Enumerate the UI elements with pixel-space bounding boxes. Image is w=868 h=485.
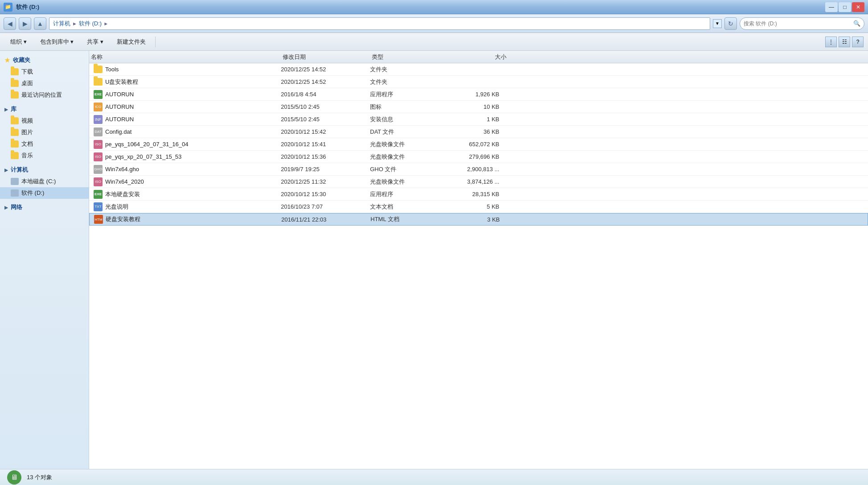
file-size-cell: 2,900,813 ... xyxy=(441,166,508,173)
help-button[interactable]: ? xyxy=(852,37,864,47)
view-controls: ⋮ ☷ ? xyxy=(825,37,864,47)
table-row[interactable]: ICO AUTORUN 2015/5/10 2:45 图标 10 KB xyxy=(89,101,868,113)
table-row[interactable]: ISO Win7x64_2020 2020/12/25 11:32 光盘映像文件… xyxy=(89,176,868,188)
sidebar-item-video[interactable]: 视频 xyxy=(0,115,89,127)
table-row[interactable]: Tools 2020/12/25 14:52 文件夹 xyxy=(89,63,868,76)
file-name-cell: U盘安装教程 xyxy=(89,78,281,86)
maximize-button[interactable]: □ xyxy=(839,2,851,12)
path-arrow-1: ► xyxy=(72,21,77,26)
organize-button[interactable]: 组织 ▾ xyxy=(4,35,33,49)
file-size-cell: 1 KB xyxy=(441,116,508,123)
file-name-cell: EXE AUTORUN xyxy=(89,90,281,99)
file-date-cell: 2016/1/8 4:54 xyxy=(281,91,370,98)
sidebar-item-label: 音乐 xyxy=(21,152,33,160)
table-row[interactable]: DAT Config.dat 2020/10/12 15:42 DAT 文件 3… xyxy=(89,126,868,138)
file-name-text: U盘安装教程 xyxy=(105,78,138,86)
refresh-button[interactable]: ↻ xyxy=(724,17,737,30)
sidebar-item-download[interactable]: 下载 xyxy=(0,66,89,78)
sidebar-item-recent[interactable]: 最近访问的位置 xyxy=(0,89,89,101)
table-row[interactable]: ISO pe_yqs_xp_20_07_31_15_53 2020/10/12 … xyxy=(89,151,868,163)
table-row[interactable]: GHO Win7x64.gho 2019/9/7 19:25 GHO 文件 2,… xyxy=(89,163,868,176)
close-button[interactable]: ✕ xyxy=(852,2,864,12)
exe-icon: EXE xyxy=(94,190,103,199)
minimize-button[interactable]: — xyxy=(825,2,838,12)
file-name-cell: Tools xyxy=(89,66,281,73)
file-name-text: Config.dat xyxy=(105,128,132,135)
search-input[interactable] xyxy=(744,21,853,27)
file-list: Tools 2020/12/25 14:52 文件夹 U盘安装教程 2020/1… xyxy=(89,63,868,226)
path-computer[interactable]: 计算机 xyxy=(53,20,70,28)
file-type-cell: 文本文档 xyxy=(370,203,441,211)
main-area: ★ 收藏夹 下载 桌面 最近访问的位置 ▶ 库 xyxy=(0,51,868,469)
back-button[interactable]: ◀ xyxy=(4,17,16,30)
sidebar-favorites-header[interactable]: ★ 收藏夹 xyxy=(0,54,89,66)
status-icon-label: 🖥 xyxy=(11,473,18,481)
sidebar-item-music[interactable]: 音乐 xyxy=(0,150,89,161)
file-size-cell: 28,315 KB xyxy=(441,191,508,197)
file-name-cell: ISO Win7x64_2020 xyxy=(89,177,281,186)
share-button[interactable]: 共享 ▾ xyxy=(81,35,109,49)
file-name-cell: ISO pe_yqs_xp_20_07_31_15_53 xyxy=(89,152,281,161)
col-header-date[interactable]: 修改日期 xyxy=(281,53,370,61)
folder-icon xyxy=(11,91,19,99)
col-header-type[interactable]: 类型 xyxy=(370,53,441,61)
table-row[interactable]: ISO pe_yqs_1064_20_07_31_16_04 2020/10/1… xyxy=(89,138,868,151)
file-name-text: AUTORUN xyxy=(105,103,134,110)
folder-icon xyxy=(11,140,19,148)
file-type-cell: 应用程序 xyxy=(370,190,441,198)
file-name-cell: ISO pe_yqs_1064_20_07_31_16_04 xyxy=(89,140,281,149)
file-name-text: pe_yqs_xp_20_07_31_15_53 xyxy=(105,153,181,160)
file-name-cell: GHO Win7x64.gho xyxy=(89,165,281,174)
file-date-cell: 2015/5/10 2:45 xyxy=(281,103,370,110)
title-bar-left: 📁 软件 (D:) xyxy=(4,3,39,12)
title-bar-controls: — □ ✕ xyxy=(825,2,864,12)
status-count: 13 个对象 xyxy=(27,473,52,481)
sidebar-item-software-d[interactable]: 软件 (D:) xyxy=(0,187,89,199)
iso-icon: ISO xyxy=(94,140,103,149)
sidebar-item-desktop[interactable]: 桌面 xyxy=(0,78,89,89)
sidebar-computer-header[interactable]: ▶ 计算机 xyxy=(0,164,89,176)
path-dropdown-button[interactable]: ▼ xyxy=(713,19,722,28)
file-size-cell: 652,072 KB xyxy=(441,141,508,148)
triangle-icon: ▶ xyxy=(4,168,8,173)
drive-icon xyxy=(11,178,19,185)
col-header-name[interactable]: 名称 xyxy=(89,53,281,61)
txt-icon: TXT xyxy=(94,202,103,211)
include-in-library-button[interactable]: 包含到库中 ▾ xyxy=(34,35,80,49)
sidebar-library-header[interactable]: ▶ 库 xyxy=(0,103,89,115)
col-header-size[interactable]: 大小 xyxy=(441,53,508,61)
table-row[interactable]: U盘安装教程 2020/12/25 14:52 文件夹 xyxy=(89,76,868,88)
table-row[interactable]: HTM 硬盘安装教程 2016/11/21 22:03 HTML 文档 3 KB xyxy=(89,213,868,226)
file-type-cell: 光盘映像文件 xyxy=(370,153,441,161)
sidebar-section-library: ▶ 库 视频 图片 文档 音乐 xyxy=(0,103,89,161)
path-drive[interactable]: 软件 (D:) xyxy=(79,20,102,28)
file-date-cell: 2015/5/10 2:45 xyxy=(281,116,370,123)
file-name-text: 硬盘安装教程 xyxy=(106,215,140,223)
title-bar: 📁 软件 (D:) — □ ✕ xyxy=(0,0,868,14)
view-toggle-button[interactable]: ⋮ xyxy=(825,37,837,47)
table-row[interactable]: TXT 光盘说明 2016/10/23 7:07 文本文档 5 KB xyxy=(89,201,868,213)
file-size-cell: 10 KB xyxy=(441,103,508,110)
drive-icon xyxy=(11,189,19,197)
sidebar-item-label: 桌面 xyxy=(21,79,33,87)
sidebar-network-header[interactable]: ▶ 网络 xyxy=(0,201,89,213)
file-name-text: Win7x64_2020 xyxy=(105,178,144,185)
sidebar-item-document[interactable]: 文档 xyxy=(0,138,89,150)
new-folder-button[interactable]: 新建文件夹 xyxy=(111,35,152,49)
sidebar-item-image[interactable]: 图片 xyxy=(0,127,89,138)
file-date-cell: 2020/10/12 15:36 xyxy=(281,153,370,160)
sidebar: ★ 收藏夹 下载 桌面 最近访问的位置 ▶ 库 xyxy=(0,51,89,469)
file-type-cell: 文件夹 xyxy=(370,66,441,74)
toolbar-separator xyxy=(155,37,156,47)
search-icon[interactable]: 🔍 xyxy=(853,20,860,27)
table-row[interactable]: EXE 本地硬盘安装 2020/10/12 15:30 应用程序 28,315 … xyxy=(89,188,868,201)
table-row[interactable]: INF AUTORUN 2015/5/10 2:45 安装信息 1 KB xyxy=(89,113,868,126)
up-button[interactable]: ▲ xyxy=(34,17,46,30)
view-details-button[interactable]: ☷ xyxy=(839,37,850,47)
sidebar-item-local-disk-c[interactable]: 本地磁盘 (C:) xyxy=(0,176,89,187)
table-row[interactable]: EXE AUTORUN 2016/1/8 4:54 应用程序 1,926 KB xyxy=(89,88,868,101)
file-name-text: 本地硬盘安装 xyxy=(105,190,140,198)
exe-icon: EXE xyxy=(94,90,103,99)
file-area: 名称 修改日期 类型 大小 Tools 2020/12/25 14:52 文件夹… xyxy=(89,51,868,469)
forward-button[interactable]: ▶ xyxy=(19,17,31,30)
